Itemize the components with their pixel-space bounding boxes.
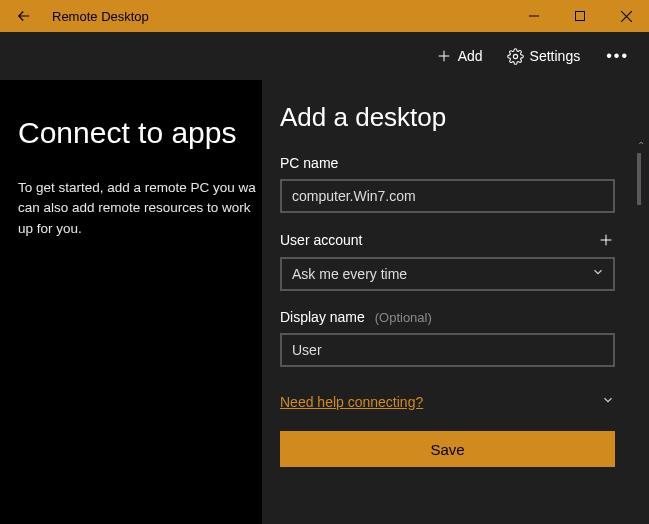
pc-name-field: PC name [280,155,615,213]
expand-more-button[interactable] [601,393,615,411]
scroll-thumb[interactable] [637,153,641,205]
plus-icon [436,48,452,64]
minimize-icon [529,11,539,21]
optional-hint: (Optional) [375,310,432,325]
maximize-button[interactable] [557,0,603,32]
display-name-input[interactable] [280,333,615,367]
gear-icon [507,48,524,65]
add-desktop-panel: ⌃ Add a desktop PC name User account [262,80,649,524]
back-button[interactable] [0,0,48,32]
pc-name-input[interactable] [280,179,615,213]
scrollbar[interactable]: ⌃ [637,140,641,207]
page-description: To get started, add a remote PC you wa c… [18,178,262,239]
settings-label: Settings [530,48,581,64]
maximize-icon [575,11,585,21]
more-button[interactable]: ••• [594,41,641,71]
panel-heading: Add a desktop [280,102,615,133]
toolbar: Add Settings ••• [0,32,649,80]
add-user-account-button[interactable] [597,231,615,249]
user-account-select[interactable] [280,257,615,291]
plus-icon [598,232,614,248]
help-link[interactable]: Need help connecting? [280,394,423,410]
scroll-up-icon: ⌃ [637,140,641,151]
minimize-button[interactable] [511,0,557,32]
app-title: Remote Desktop [48,9,511,24]
add-label: Add [458,48,483,64]
user-account-field: User account [280,231,615,291]
arrow-left-icon [15,7,33,25]
svg-rect-1 [576,12,585,21]
user-account-label: User account [280,232,362,248]
window-controls [511,0,649,32]
ellipsis-icon: ••• [606,47,629,64]
settings-button[interactable]: Settings [497,42,591,71]
display-name-label: Display name (Optional) [280,309,615,325]
save-button[interactable]: Save [280,431,615,467]
close-icon [621,11,632,22]
chevron-down-icon [601,393,615,407]
main-content: Connect to apps To get started, add a re… [0,80,262,524]
add-button[interactable]: Add [426,42,493,70]
close-button[interactable] [603,0,649,32]
svg-point-6 [513,54,517,58]
display-name-field: Display name (Optional) [280,309,615,367]
pc-name-label: PC name [280,155,615,171]
titlebar: Remote Desktop [0,0,649,32]
page-title: Connect to apps [18,116,262,150]
